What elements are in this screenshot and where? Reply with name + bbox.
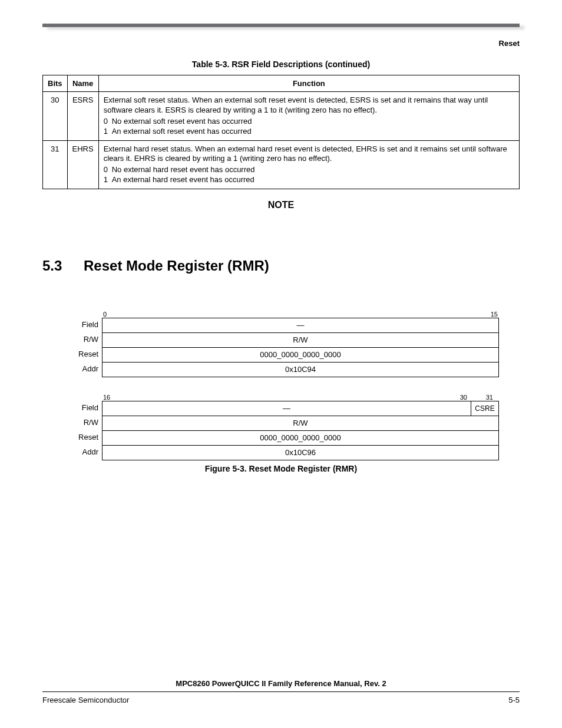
cell-bits: 30 [43, 92, 68, 141]
top-rule [42, 24, 520, 27]
reg-top-addr: 0x10C94 [102, 363, 498, 377]
col-name: Name [67, 75, 98, 92]
note-heading: NOTE [42, 200, 520, 210]
reg-bottom-addr: 0x10C96 [102, 446, 498, 460]
reg-top-rw: R/W [102, 333, 498, 347]
bit-30: 30 [460, 394, 467, 401]
cell-function: External soft reset status. When an exte… [98, 92, 519, 141]
reg-bottom-rw: R/W [102, 416, 498, 430]
label-field: Field [63, 318, 102, 332]
bit-legend-bottom: 16 30 31 [102, 391, 499, 401]
rsr-table: Bits Name Function 30 ESRS External soft… [42, 75, 520, 189]
bit-31: 31 [486, 394, 493, 401]
cell-name: ESRS [67, 92, 98, 141]
table-header-row: Bits Name Function [43, 75, 520, 92]
bit-16: 16 [103, 394, 110, 401]
label-rw: R/W [63, 416, 102, 430]
reg-bottom-field-csre: CSRE [471, 401, 498, 416]
label-field: Field [63, 401, 102, 415]
footer-company: Freescale Semiconductor [42, 696, 129, 704]
table-5-3-caption: Table 5-3. RSR Field Descriptions (conti… [42, 60, 520, 69]
page-footer: MPC8260 PowerQUICC II Family Reference M… [42, 679, 520, 704]
func-value-1: 1An external hard reset event has occurr… [104, 175, 514, 185]
footer-page: 5-5 [508, 696, 520, 704]
bit-0: 0 [103, 311, 107, 318]
table-row: 31 EHRS External hard reset status. When… [43, 140, 520, 189]
label-reset: Reset [63, 430, 102, 444]
bit-legend-top: 0 15 [102, 308, 499, 318]
func-value-1: 1An external soft reset event has occurr… [104, 127, 514, 137]
table-row: 30 ESRS External soft reset status. When… [43, 92, 520, 141]
register-figure: 0 15 Field — R/W R/W Reset 0000_0000_000… [63, 304, 499, 460]
cell-function: External hard reset status. When an exte… [98, 140, 519, 189]
footer-manual-title: MPC8260 PowerQUICC II Family Reference M… [42, 679, 520, 692]
label-reset: Reset [63, 347, 102, 361]
func-value-0: 0No external hard reset event has occurr… [104, 165, 514, 175]
reg-top-field: — [102, 318, 498, 332]
header-section: Reset [42, 39, 520, 48]
bit-15: 15 [491, 311, 498, 318]
label-rw: R/W [63, 332, 102, 347]
col-function: Function [98, 75, 519, 92]
section-5-3-heading: 5.3Reset Mode Register (RMR) [42, 258, 520, 274]
col-bits: Bits [43, 75, 68, 92]
reg-bottom-field-main: — [102, 401, 471, 416]
cell-name: EHRS [67, 140, 98, 189]
func-desc: External soft reset status. When an exte… [104, 95, 514, 116]
label-addr: Addr [63, 445, 102, 459]
func-desc: External hard reset status. When an exte… [104, 144, 514, 164]
label-addr: Addr [63, 362, 102, 376]
section-title: Reset Mode Register (RMR) [84, 258, 269, 274]
func-value-0: 0No external soft reset event has occurr… [104, 117, 514, 127]
figure-5-3-caption: Figure 5-3. Reset Mode Register (RMR) [42, 464, 520, 473]
reg-top-reset: 0000_0000_0000_0000 [102, 348, 498, 362]
reg-bottom-reset: 0000_0000_0000_0000 [102, 431, 498, 445]
cell-bits: 31 [43, 140, 68, 189]
section-number: 5.3 [42, 258, 84, 274]
